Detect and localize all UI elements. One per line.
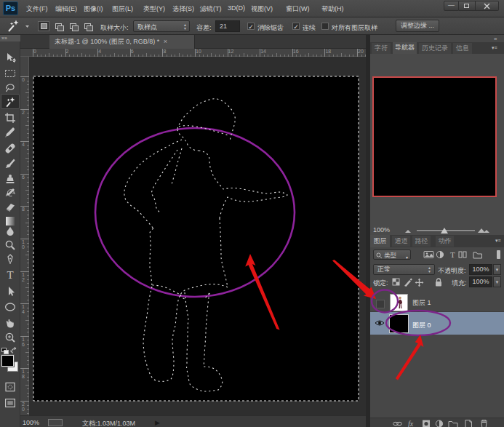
svg-text:T: T bbox=[7, 269, 13, 281]
svg-text:T: T bbox=[450, 250, 455, 259]
svg-text:fx: fx bbox=[408, 420, 414, 427]
